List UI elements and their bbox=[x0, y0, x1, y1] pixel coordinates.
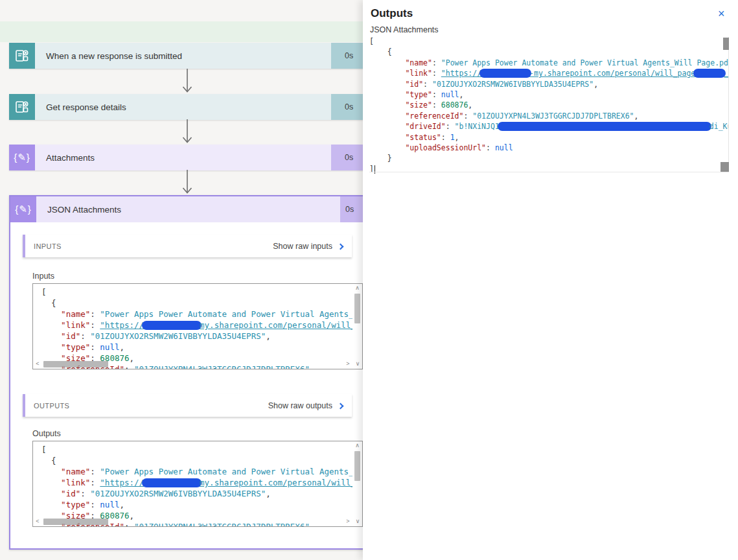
step-label: Get response details bbox=[35, 94, 331, 120]
step-duration: 0s bbox=[340, 196, 364, 222]
panel-vertical-scrollbar-thumb[interactable] bbox=[723, 38, 729, 50]
outputs-code-box[interactable]: [ { "name": "Power Apps Power Automate a… bbox=[32, 441, 363, 527]
inputs-section-bar: INPUTS Show raw inputs bbox=[23, 235, 352, 257]
step-header-json-attachments[interactable]: {✎} JSON Attachments 0s bbox=[10, 196, 364, 222]
connector-arrow-icon bbox=[182, 119, 192, 144]
inputs-json-code[interactable]: [ { "name": "Power Apps Power Automate a… bbox=[33, 284, 352, 369]
scroll-right-icon[interactable]: > bbox=[343, 359, 352, 369]
connector-arrow-icon bbox=[182, 170, 192, 194]
panel-horizontal-scrollbar-track bbox=[369, 172, 729, 172]
flow-canvas: When a new response is submitted 0s Get … bbox=[0, 0, 365, 560]
scroll-left-icon[interactable]: < bbox=[33, 517, 42, 526]
panel-scrollbar-track bbox=[728, 37, 729, 171]
outputs-horizontal-scrollbar[interactable]: < > ∨ bbox=[33, 517, 362, 526]
scroll-up-icon[interactable]: ∧ bbox=[352, 284, 362, 293]
inputs-horizontal-scrollbar[interactable]: < > ∨ bbox=[33, 359, 362, 369]
scroll-up-icon[interactable]: ∧ bbox=[352, 441, 362, 450]
panel-field-label: JSON Attachments bbox=[370, 25, 439, 34]
forms-connector-icon bbox=[9, 43, 35, 69]
compose-action-icon: {✎} bbox=[10, 196, 36, 222]
outputs-box-label: Outputs bbox=[32, 429, 61, 438]
inputs-code-box[interactable]: [ { "name": "Power Apps Power Automate a… bbox=[32, 283, 363, 369]
step-label: JSON Attachments bbox=[36, 196, 340, 222]
outputs-panel: Outputs × JSON Attachments [ { "name": "… bbox=[363, 0, 738, 560]
close-icon[interactable]: × bbox=[718, 8, 725, 19]
panel-json-code[interactable]: [ { "name": "Power Apps Power Automate a… bbox=[369, 36, 728, 175]
panel-title: Outputs bbox=[371, 7, 413, 20]
inputs-section-title: INPUTS bbox=[25, 242, 273, 250]
connector-arrow-icon bbox=[182, 69, 192, 93]
step-duration: 0s bbox=[331, 43, 365, 69]
scroll-right-icon[interactable]: > bbox=[343, 517, 352, 526]
outputs-json-code[interactable]: [ { "name": "Power Apps Power Automate a… bbox=[33, 441, 352, 526]
step-card-get-response-details[interactable]: Get response details 0s bbox=[9, 94, 365, 120]
step-card-json-attachments-expanded: {✎} JSON Attachments 0s INPUTS Show raw … bbox=[9, 195, 365, 550]
flow-run-page: When a new response is submitted 0s Get … bbox=[0, 0, 738, 560]
step-label: When a new response is submitted bbox=[35, 43, 331, 69]
run-success-banner bbox=[0, 21, 365, 42]
outputs-vertical-scrollbar[interactable]: ∧ bbox=[352, 441, 362, 517]
inputs-vertical-scrollbar[interactable]: ∧ bbox=[352, 284, 362, 360]
scroll-down-icon[interactable]: ∨ bbox=[353, 517, 362, 526]
show-raw-inputs-link[interactable]: Show raw inputs bbox=[273, 242, 352, 251]
show-raw-outputs-label: Show raw outputs bbox=[268, 401, 332, 410]
scroll-left-icon[interactable]: < bbox=[33, 359, 42, 369]
panel-horizontal-scrollbar-thumb[interactable] bbox=[721, 162, 729, 172]
chevron-right-icon bbox=[338, 243, 344, 250]
outputs-section-bar: OUTPUTS Show raw outputs bbox=[23, 394, 352, 417]
forms-connector-icon bbox=[9, 94, 35, 120]
step-card-attachments[interactable]: {✎} Attachments 0s bbox=[9, 145, 365, 170]
inputs-box-label: Inputs bbox=[32, 272, 54, 281]
step-duration: 0s bbox=[331, 94, 365, 120]
scroll-down-icon[interactable]: ∨ bbox=[353, 359, 362, 369]
show-raw-inputs-label: Show raw inputs bbox=[273, 242, 332, 251]
chevron-right-icon bbox=[338, 402, 344, 409]
outputs-section-title: OUTPUTS bbox=[25, 402, 268, 410]
show-raw-outputs-link[interactable]: Show raw outputs bbox=[268, 401, 352, 410]
compose-action-icon: {✎} bbox=[9, 145, 35, 170]
step-label: Attachments bbox=[35, 145, 331, 170]
step-duration: 0s bbox=[331, 145, 365, 170]
step-card-when-a-new-response-is-submitted[interactable]: When a new response is submitted 0s bbox=[9, 43, 365, 69]
